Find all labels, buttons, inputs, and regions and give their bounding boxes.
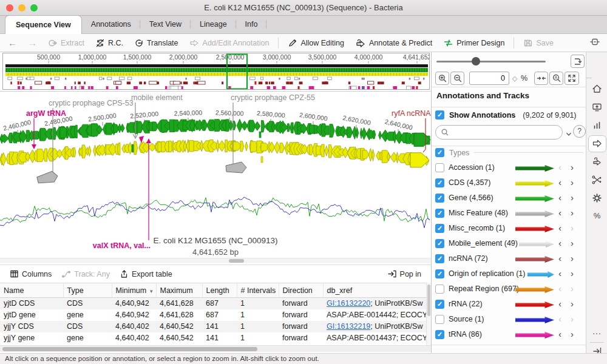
type-row-origin-of-replication-1[interactable]: ✓Origin of replication (1)‹› [432, 266, 586, 281]
tab-text-view[interactable]: Text View [140, 15, 191, 33]
allow-editing-button[interactable]: Allow Editing [282, 34, 350, 52]
prev-annotation-button[interactable]: ‹ [558, 192, 561, 203]
scrollbar-thumb[interactable] [427, 285, 430, 316]
types-checkbox[interactable]: ✓ [435, 148, 444, 157]
display-tool-button[interactable] [586, 101, 607, 115]
jump-to-button[interactable] [571, 55, 585, 68]
extract-button[interactable]: Extract [42, 34, 90, 52]
export-table-button[interactable]: Export table [115, 265, 177, 283]
zoom-out-button[interactable] [450, 72, 464, 85]
detail-view-canvas[interactable]: 2,460,0002,480,0002,500,0002,520,0002,54… [0, 91, 431, 257]
type-row-accession-1[interactable]: Accession (1)‹› [432, 160, 586, 175]
annotations-tool-button[interactable] [586, 138, 607, 152]
show-annotations-checkbox[interactable]: ✓ [435, 110, 444, 120]
show-annotations-row[interactable]: ✓ Show Annotations (9,202 of 9,901) [435, 110, 577, 120]
primer-design-button[interactable]: Primer Design [438, 34, 510, 52]
close-window-button[interactable] [6, 4, 13, 12]
prev-annotation-button[interactable]: ‹ [558, 314, 561, 324]
prev-annotation-button[interactable]: ‹ [558, 268, 561, 278]
minimize-window-button[interactable] [18, 4, 25, 12]
type-checkbox[interactable] [435, 163, 444, 172]
prev-annotation-button[interactable]: ‹ [558, 283, 561, 294]
zoom-spinner[interactable]: ◇ [510, 72, 519, 85]
table-header-row[interactable]: NameTypeMinimum▼MaximumLength# Intervals… [0, 283, 426, 298]
prev-annotation-button[interactable]: ‹ [558, 223, 561, 233]
settings-tool-button[interactable] [586, 192, 607, 206]
type-row-misc-recomb-1[interactable]: ✓Misc_recomb (1)‹› [432, 221, 586, 236]
column-header-maximum[interactable]: Maximum [156, 283, 202, 298]
pop-in-button[interactable]: Pop in [382, 265, 426, 283]
back-icon[interactable]: ← [2, 38, 22, 48]
table-vertical-scrollbar[interactable] [426, 283, 431, 345]
zoom-slider[interactable] [436, 61, 546, 62]
zoom-percent-input[interactable]: 0 [469, 72, 509, 85]
prev-annotation-button[interactable]: ‹ [558, 162, 561, 172]
tab-info[interactable]: Info [236, 15, 267, 33]
find-button[interactable]: A [549, 72, 563, 85]
zoom-slider-thumb[interactable] [472, 57, 480, 66]
genome-overview[interactable]: 500,0001,000,0001,500,0002,000,0002,500,… [2, 53, 430, 90]
type-checkbox[interactable]: ✓ [435, 178, 444, 187]
annotations-table[interactable]: NameTypeMinimum▼MaximumLength# Intervals… [0, 283, 427, 344]
translate-button[interactable]: Translate [129, 34, 184, 52]
annotation-search-input[interactable] [435, 125, 563, 140]
detail-horizontal-scrollbar[interactable] [0, 258, 431, 263]
db-xref-link[interactable]: GI:16132220 [327, 299, 370, 308]
tab-lineage[interactable]: Lineage [191, 15, 236, 33]
add-edit-annotation-button[interactable]: Add/Edit Annotation [184, 34, 275, 52]
gc-content-tool-button[interactable]: % [586, 211, 607, 220]
type-row-mobile-element-49[interactable]: ✓Mobile_element (49)‹› [432, 236, 586, 251]
column-header--intervals[interactable]: # Intervals [237, 283, 279, 298]
fullscreen-button[interactable] [565, 72, 579, 85]
type-checkbox[interactable]: ✓ [435, 254, 444, 263]
fit-to-width-button[interactable] [534, 72, 548, 85]
type-checkbox[interactable]: ✓ [435, 330, 444, 339]
table-horizontal-scrollbar[interactable] [0, 345, 431, 352]
zoom-in-button[interactable] [435, 72, 449, 85]
track-filter-button[interactable]: Track: Any [56, 265, 115, 283]
prev-annotation-button[interactable]: ‹ [558, 298, 561, 309]
help-button[interactable]: ? [573, 125, 586, 138]
table-row[interactable]: yjtD CDSCDS4,640,9424,641,6286871forward… [0, 298, 426, 309]
more-tools-button[interactable]: ... [586, 326, 607, 336]
home-tool-button[interactable] [586, 83, 607, 97]
type-row-trna-86[interactable]: ✓tRNA (86)‹› [432, 327, 586, 342]
db-xref-link[interactable]: GI:16132219 [327, 322, 370, 331]
type-row-gene-4-566[interactable]: ✓Gene (4,566)‹› [432, 190, 586, 206]
next-annotation-button[interactable]: › [571, 253, 574, 263]
column-header-minimum[interactable]: Minimum▼ [112, 283, 156, 298]
tab-annotations[interactable]: Annotations [82, 15, 140, 33]
scrollbar-thumb[interactable] [2, 347, 257, 351]
type-row-misc-feature-48[interactable]: ✓Misc Feature (48)‹› [432, 206, 586, 221]
table-row[interactable]: yjtD genegene4,640,9424,641,6286871forwa… [0, 309, 426, 321]
type-checkbox[interactable]: ✓ [435, 300, 444, 309]
table-row[interactable]: yjjY CDSCDS4,640,4024,640,5421411forward… [0, 321, 426, 332]
type-checkbox[interactable]: ✓ [435, 269, 444, 278]
types-group-header[interactable]: ✓ Types [435, 148, 583, 157]
scrollbar-thumb[interactable] [229, 259, 244, 263]
type-row-cds-4-357[interactable]: ✓CDS (4,357)‹› [432, 175, 586, 190]
next-annotation-button[interactable]: › [571, 177, 574, 187]
prev-annotation-button[interactable]: ‹ [558, 238, 561, 248]
next-annotation-button[interactable]: › [571, 298, 574, 309]
type-checkbox[interactable] [435, 285, 444, 294]
prev-annotation-button[interactable]: ‹ [558, 253, 561, 263]
column-header-name[interactable]: Name [0, 283, 63, 298]
zoom-window-button[interactable] [30, 4, 38, 12]
prev-annotation-button[interactable]: ‹ [558, 177, 561, 187]
next-annotation-button[interactable]: › [571, 238, 574, 248]
type-row-rrna-22[interactable]: ✓rRNA (22)‹› [432, 297, 586, 312]
type-checkbox[interactable]: ✓ [435, 209, 444, 218]
predict-tool-button[interactable] [586, 156, 607, 170]
type-checkbox[interactable] [435, 315, 444, 324]
graphs-tool-button[interactable] [586, 120, 607, 133]
save-button[interactable]: Save [518, 34, 559, 52]
type-row-ncrna-72[interactable]: ✓ncRNA (72)‹› [432, 251, 586, 266]
next-annotation-button[interactable]: › [571, 268, 574, 278]
annotate-predict-button[interactable]: Annotate & Predict [350, 34, 438, 52]
column-header-db_xref[interactable]: db_xref [323, 283, 426, 298]
tab-sequence-view[interactable]: Sequence View [5, 15, 82, 34]
overview-canvas[interactable]: 500,0001,000,0001,500,0002,000,0002,500,… [3, 53, 429, 89]
table-row[interactable]: yjjY genegene4,640,4024,640,5421411forwa… [0, 332, 426, 344]
type-checkbox[interactable]: ✓ [435, 194, 444, 203]
